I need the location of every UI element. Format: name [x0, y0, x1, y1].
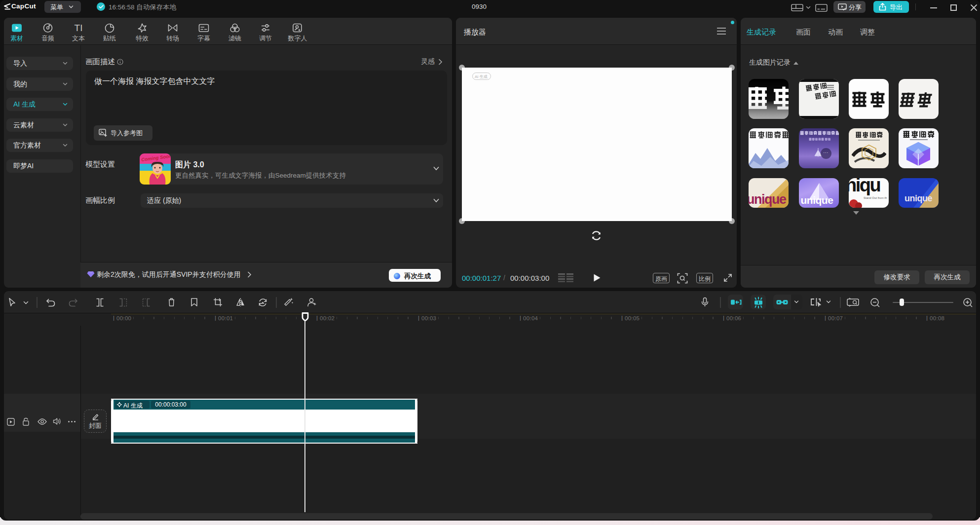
svg-text:TI: TI: [75, 23, 83, 33]
